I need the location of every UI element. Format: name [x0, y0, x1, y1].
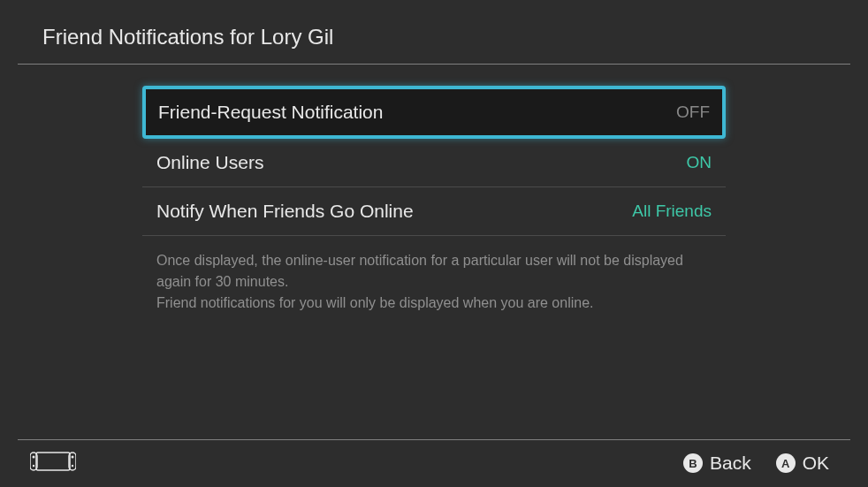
svg-point-5: [33, 465, 34, 467]
ok-label: OK: [803, 453, 829, 474]
page-header: Friend Notifications for Lory Gil: [0, 0, 868, 64]
footer-divider: [18, 439, 850, 440]
content-area: Friend-Request Notification OFF Online U…: [0, 65, 868, 314]
ok-button[interactable]: A OK: [776, 453, 829, 474]
help-text-line: Once displayed, the online-user notifica…: [156, 250, 712, 293]
a-button-icon: A: [776, 453, 796, 473]
setting-value: ON: [687, 153, 712, 172]
setting-value: OFF: [676, 103, 710, 122]
help-text: Once displayed, the online-user notifica…: [142, 236, 726, 314]
footer-actions: B Back A OK: [683, 453, 829, 474]
svg-point-4: [72, 456, 74, 459]
help-text-line: Friend notifications for you will only b…: [156, 293, 712, 314]
svg-point-6: [72, 465, 73, 467]
setting-label: Friend-Request Notification: [158, 102, 383, 123]
controller-icon: [30, 452, 76, 475]
svg-rect-0: [36, 453, 70, 470]
footer-bar: B Back A OK: [0, 439, 868, 487]
setting-label: Online Users: [156, 152, 263, 173]
settings-list: Friend-Request Notification OFF Online U…: [142, 86, 726, 314]
setting-value: All Friends: [632, 202, 712, 221]
page-title: Friend Notifications for Lory Gil: [42, 25, 826, 49]
back-button[interactable]: B Back: [683, 453, 751, 474]
back-label: Back: [710, 453, 751, 474]
setting-notify-when-friends-go-online[interactable]: Notify When Friends Go Online All Friend…: [142, 187, 726, 236]
setting-label: Notify When Friends Go Online: [156, 201, 414, 222]
b-button-icon: B: [683, 453, 703, 473]
setting-online-users[interactable]: Online Users ON: [142, 139, 726, 187]
svg-point-3: [33, 456, 35, 459]
setting-friend-request-notification[interactable]: Friend-Request Notification OFF: [142, 86, 726, 139]
